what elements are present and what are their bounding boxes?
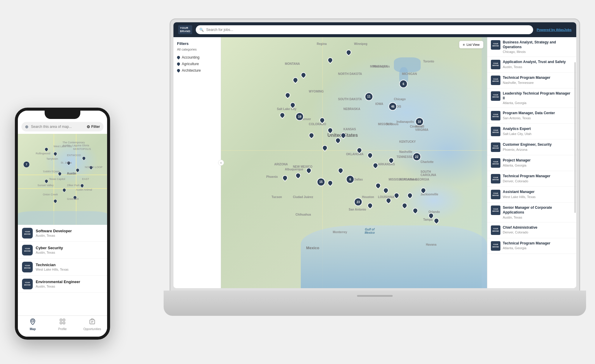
collapse-sidebar-button[interactable]: ‹ xyxy=(218,160,224,166)
map-tab-icon xyxy=(29,318,36,326)
job-info-1: Application Analyst, Trust and Safety Au… xyxy=(503,60,573,69)
phone-cluster-7[interactable]: 7 xyxy=(23,161,30,168)
cluster-11-midwest[interactable]: 11 xyxy=(365,92,373,101)
phone-job-item-2[interactable]: YOURBRAND Technician West Lake Hills, Te… xyxy=(18,259,107,276)
phone-map[interactable]: 7 Austin West Lake Hills Rollingwood Tar… xyxy=(18,134,107,225)
phone-tab-opportunities[interactable]: Opportunities xyxy=(77,318,107,331)
job-location-0: Chicago, Illinois xyxy=(503,50,573,54)
job-item-2[interactable]: YOURBRAND Technical Program Manager Nash… xyxy=(487,73,576,88)
category-architecture[interactable]: Architecture xyxy=(177,67,217,74)
phone-tab-map[interactable]: Map xyxy=(18,318,48,331)
job-item-5[interactable]: YOURBRAND Analytics Expert Salt Lake Cit… xyxy=(487,124,576,139)
category-label: Accounting xyxy=(182,55,199,59)
list-icon: ≡ xyxy=(463,43,465,46)
svg-point-0 xyxy=(32,320,34,322)
phone-job-logo-3: YOURBRAND xyxy=(22,279,33,289)
laptop: YOUR BRAND 🔍 Powered by AtlasJobs Filter… xyxy=(170,18,580,316)
phone-filter-button[interactable]: ⚙ Filter xyxy=(87,125,100,129)
job-title-10: Senior Manager of Corporate Applications xyxy=(503,205,573,215)
job-info-3: Leadership Technical Program Manager II … xyxy=(503,91,573,105)
job-item-0[interactable]: YOURBRAND Business Analyst, Strategy and… xyxy=(487,37,576,57)
phone-job-title-2: Technician xyxy=(36,263,68,267)
job-info-11: Chief Administrative Denver, Colorado xyxy=(503,225,573,234)
phone-road-h1 xyxy=(18,175,107,175)
svg-rect-1 xyxy=(60,319,62,321)
job-item-10[interactable]: YOURBRAND Senior Manager of Corporate Ap… xyxy=(487,203,576,222)
svg-rect-2 xyxy=(63,319,65,321)
search-icon: 🔍 xyxy=(199,28,204,32)
job-info-7: Project Manager Atlanta, Georgia xyxy=(503,158,573,167)
atlas-jobs-link[interactable]: AtlasJobs xyxy=(556,28,571,32)
job-title-3: Leadership Technical Program Manager II xyxy=(503,91,573,101)
phone-job-location-2: West Lake Hills, Texas xyxy=(36,268,68,271)
phone-search-bar[interactable]: ⊕ ⚙ Filter xyxy=(21,122,104,131)
laptop-screen: YOUR BRAND 🔍 Powered by AtlasJobs Filter… xyxy=(173,22,576,288)
job-title-7: Project Manager xyxy=(503,158,573,163)
phone-search-input[interactable] xyxy=(31,125,84,129)
laptop-body: YOUR BRAND 🔍 Powered by AtlasJobs Filter… xyxy=(170,18,580,292)
job-title-6: Customer Engineer, Security xyxy=(503,142,573,147)
job-location-6: Phoenix, Arizona xyxy=(503,148,573,151)
job-logo-4: YOURBRAND xyxy=(491,111,500,120)
job-logo-10: YOURBRAND xyxy=(491,205,500,215)
job-location-1: Austin, Texas xyxy=(503,65,573,69)
job-logo-3: YOURBRAND xyxy=(491,91,500,101)
category-agriculture[interactable]: Agriculture xyxy=(177,61,217,67)
phone-job-item-0[interactable]: YOURBRAND Software Developer Austin, Tex… xyxy=(18,225,107,242)
phone-job-logo-2: YOURBRAND xyxy=(22,262,33,272)
job-logo-7: YOURBRAND xyxy=(491,158,500,168)
job-item-1[interactable]: YOURBRAND Application Analyst, Trust and… xyxy=(487,57,576,73)
job-logo-11: YOURBRAND xyxy=(491,225,500,235)
laptop-map[interactable]: United States Mexico Gulf ofMexico Minne… xyxy=(221,37,487,288)
profile-tab-icon xyxy=(59,318,66,326)
phone-tab-profile[interactable]: Profile xyxy=(48,318,77,331)
job-logo-1: YOURBRAND xyxy=(491,60,500,69)
list-view-button[interactable]: ≡ List View xyxy=(459,41,483,48)
job-title-12: Technical Program Manager xyxy=(503,241,573,246)
cluster-23-houston[interactable]: 23 xyxy=(354,198,362,206)
job-item-8[interactable]: YOURBRAND Technical Program Manager Denv… xyxy=(487,171,576,187)
list-view-label: List View xyxy=(466,43,480,46)
job-title-11: Chief Administrative xyxy=(503,225,573,230)
job-list-panel: YOURBRAND Business Analyst, Strategy and… xyxy=(487,37,576,288)
phone-job-item-1[interactable]: YOURBRAND Cyber Security Austin, Texas xyxy=(18,242,107,259)
job-logo-5: YOURBRAND xyxy=(491,127,500,136)
job-info-8: Technical Program Manager Denver, Colora… xyxy=(503,174,573,183)
phone-job-info-3: Environmental Engineer Austin, Texas xyxy=(36,280,80,288)
job-title-2: Technical Program Manager xyxy=(503,76,573,80)
job-item-4[interactable]: YOURBRAND Program Manager, Data Center S… xyxy=(487,108,576,124)
svg-rect-5 xyxy=(90,320,95,324)
laptop-search-bar[interactable]: 🔍 xyxy=(196,25,533,34)
job-item-6[interactable]: YOURBRAND Customer Engineer, Security Ph… xyxy=(487,139,576,155)
gulf-of-mexico xyxy=(301,225,487,288)
phone-tab-bar: Map Profile xyxy=(18,316,107,337)
phone-job-info-2: Technician West Lake Hills, Texas xyxy=(36,263,68,271)
job-item-7[interactable]: YOURBRAND Project Manager Atlanta, Georg… xyxy=(487,155,576,171)
job-location-9: West Lake Hills, Texas xyxy=(503,195,573,199)
category-accounting[interactable]: Accounting xyxy=(177,54,217,61)
job-location-7: Atlanta, Georgia xyxy=(503,164,573,167)
laptop-base xyxy=(164,291,586,316)
search-input[interactable] xyxy=(206,28,530,32)
phone-location-icon: ⊕ xyxy=(25,124,29,129)
job-title-8: Technical Program Manager xyxy=(503,174,573,179)
phone: ⊕ ⚙ Filter xyxy=(15,108,110,340)
job-info-6: Customer Engineer, Security Phoenix, Ari… xyxy=(503,142,573,151)
cluster-18-ohio[interactable]: 18 xyxy=(415,117,424,126)
cluster-15-nm[interactable]: 15 xyxy=(317,178,325,186)
laptop-header: YOUR BRAND 🔍 Powered by AtlasJobs xyxy=(173,22,576,37)
phone-job-item-3[interactable]: YOURBRAND Environmental Engineer Austin,… xyxy=(18,276,107,293)
cluster-22-tenn[interactable]: 22 xyxy=(413,153,421,161)
job-title-0: Business Analyst, Strategy and Operation… xyxy=(503,40,573,49)
all-categories-label: All categories xyxy=(177,48,217,51)
job-item-3[interactable]: YOURBRAND Leadership Technical Program M… xyxy=(487,88,576,108)
job-info-0: Business Analyst, Strategy and Operation… xyxy=(503,40,573,54)
job-location-4: San Antonio, Texas xyxy=(503,116,573,120)
scrollbar[interactable] xyxy=(574,62,576,213)
job-item-12[interactable]: YOURBRAND Technical Program Manager Atla… xyxy=(487,238,576,254)
opportunities-tab-icon xyxy=(89,318,95,326)
job-location-5: Salt Lake City, Utah xyxy=(503,132,573,136)
job-item-9[interactable]: YOURBRAND Assistant Manager West Lake Hi… xyxy=(487,187,576,203)
map-tab-label: Map xyxy=(30,327,36,331)
job-item-11[interactable]: YOURBRAND Chief Administrative Denver, C… xyxy=(487,222,576,238)
